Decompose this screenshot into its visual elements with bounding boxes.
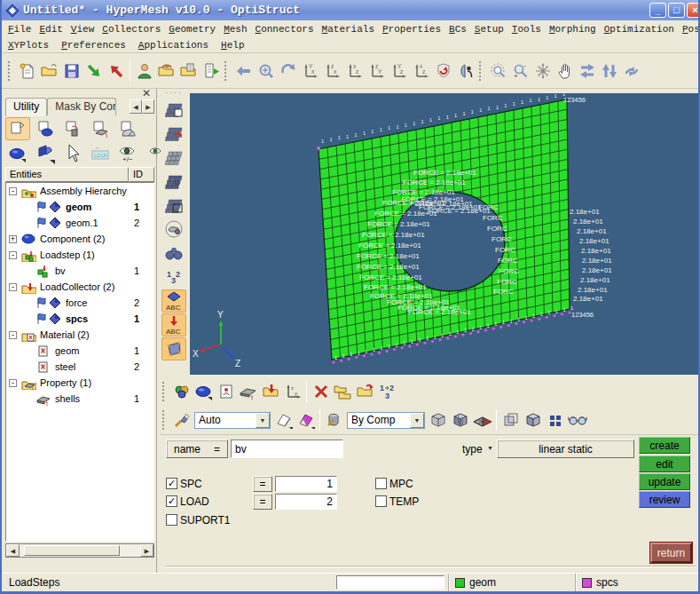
- material-collector-icon[interactable]: [215, 381, 237, 403]
- mesh-flag-icon[interactable]: [33, 142, 58, 165]
- save-file-icon[interactable]: [60, 60, 83, 83]
- menu-tools[interactable]: Tools: [512, 24, 541, 35]
- name-button[interactable]: name =: [166, 440, 228, 458]
- name-input[interactable]: [231, 440, 343, 458]
- quick-window-icon[interactable]: [161, 337, 186, 360]
- load-collector-icon[interactable]: [259, 381, 281, 403]
- review-button[interactable]: review: [639, 491, 690, 508]
- current-loadcollector[interactable]: spcs: [575, 574, 700, 591]
- color-bucket-icon[interactable]: [323, 409, 345, 432]
- return-button[interactable]: return: [650, 543, 692, 563]
- menu-properties[interactable]: Properties: [382, 24, 441, 35]
- display-brush-icon[interactable]: [170, 409, 193, 432]
- tree-item-shells[interactable]: tshells1: [6, 391, 153, 407]
- open-model-icon[interactable]: [155, 60, 177, 83]
- wireframe-geometry-icon[interactable]: [272, 409, 295, 432]
- new-file-icon[interactable]: [16, 60, 38, 83]
- organize-icon[interactable]: [332, 381, 354, 403]
- renumber-display-icon[interactable]: 132: [161, 265, 186, 289]
- tree-item-geom-1[interactable]: geom.12: [6, 215, 153, 231]
- tree-item-component-2-[interactable]: +Component (2): [6, 231, 153, 247]
- utility-macro-1-icon[interactable]: [5, 117, 30, 140]
- current-component[interactable]: geom: [448, 574, 575, 591]
- find-entities-icon[interactable]: [161, 242, 186, 265]
- spc-equals-button[interactable]: =: [253, 476, 272, 492]
- menu-applications[interactable]: Applications: [138, 40, 208, 51]
- open-file-icon[interactable]: [38, 60, 60, 83]
- user-profiles-icon[interactable]: [133, 60, 155, 83]
- tree-item-loadstep-1-[interactable]: -Loadstep (1): [6, 247, 153, 263]
- tree-expander-icon[interactable]: -: [9, 251, 17, 259]
- tree-expander-icon[interactable]: -: [9, 283, 17, 291]
- menu-view[interactable]: View: [71, 24, 94, 35]
- assembly-collector-icon[interactable]: [170, 381, 193, 403]
- view-axis-yz-icon[interactable]: Yz: [388, 60, 410, 83]
- delete-entity-icon[interactable]: [310, 381, 332, 403]
- label-elements-icon[interactable]: ABC: [161, 289, 186, 313]
- tab-mask-by-cor[interactable]: Mask By Cor: [47, 98, 116, 115]
- refresh-view-icon[interactable]: [277, 60, 299, 83]
- mask-all-icon[interactable]: [161, 170, 186, 193]
- mpc-checkbox[interactable]: [375, 478, 387, 489]
- tree-item-spcs[interactable]: spcs1: [6, 311, 153, 327]
- utility-macro-2-icon[interactable]: [33, 117, 58, 140]
- minimize-button[interactable]: _: [649, 3, 666, 18]
- menu-preferences[interactable]: Preferences: [61, 40, 126, 51]
- reverse-mask-icon[interactable]: [161, 146, 186, 169]
- menu-help[interactable]: Help: [221, 40, 244, 51]
- tree-item-loadcollector-2-[interactable]: -LoadCollector (2): [6, 279, 153, 295]
- menu-setup[interactable]: Setup: [475, 24, 504, 35]
- tab-scroll-right-icon[interactable]: ▶: [142, 99, 154, 114]
- type-chevron-icon[interactable]: ▼: [487, 445, 493, 451]
- display-mode-select[interactable]: Auto ▼: [194, 412, 271, 429]
- rotate-view-icon[interactable]: [620, 60, 642, 83]
- property-collector-icon[interactable]: t: [237, 381, 259, 403]
- solid-cube-icon[interactable]: [522, 409, 544, 432]
- tree-item-geom[interactable]: geom1: [6, 343, 153, 359]
- tree-item-steel[interactable]: steel2: [6, 359, 153, 375]
- tree-expander-icon[interactable]: -: [9, 187, 17, 195]
- tree-header-id[interactable]: ID: [129, 167, 154, 182]
- view-axis-zy-icon[interactable]: zY: [366, 60, 388, 83]
- chevron-down-icon[interactable]: ▼: [256, 413, 270, 428]
- component-blob-icon[interactable]: [5, 142, 30, 165]
- tree-expander-icon[interactable]: -: [9, 331, 17, 339]
- unmask-adjacent-icon[interactable]: [161, 122, 186, 145]
- color-mode-select[interactable]: By Comp ▼: [347, 412, 425, 429]
- graphics-viewport[interactable]: 1111111111111111111111111111111234561111…: [190, 93, 699, 375]
- load-checkbox[interactable]: ✓: [166, 495, 177, 507]
- load-value-input[interactable]: [275, 494, 337, 510]
- spc-value-input[interactable]: [275, 476, 337, 492]
- menu-mesh[interactable]: Mesh: [224, 24, 247, 35]
- view-axis-zx-icon[interactable]: zx: [321, 60, 343, 83]
- display-eye-icon[interactable]: +/−: [115, 142, 140, 165]
- tab-utility[interactable]: Utility: [5, 98, 47, 116]
- load-equals-button[interactable]: =: [253, 494, 272, 510]
- view-axis-iso-icon[interactable]: xz: [410, 60, 432, 83]
- utility-macro-4-icon[interactable]: t: [88, 117, 113, 140]
- utility-macro-3-icon[interactable]: [60, 117, 85, 140]
- status-input[interactable]: [336, 575, 444, 590]
- spin-view-icon[interactable]: [432, 60, 454, 83]
- open-results-icon[interactable]: [177, 60, 200, 83]
- menu-collectors[interactable]: Collectors: [102, 24, 161, 35]
- suport1-checkbox[interactable]: [166, 514, 177, 526]
- previous-view-icon[interactable]: [232, 60, 255, 83]
- renumber-icon[interactable]: 123: [376, 381, 398, 403]
- menu-optimization[interactable]: Optimization: [604, 24, 674, 35]
- label-loads-icon[interactable]: ABC: [161, 313, 186, 337]
- menu-materials[interactable]: Materials: [322, 24, 374, 35]
- tree-item-material-2-[interactable]: -Material (2): [6, 327, 153, 343]
- system-collector-icon[interactable]: zy: [281, 381, 303, 403]
- menu-file[interactable]: File: [8, 24, 31, 35]
- scroll-left-icon[interactable]: ◀: [6, 544, 20, 557]
- mask-elements-icon[interactable]: [161, 98, 186, 121]
- tree-expander-icon[interactable]: -: [9, 379, 17, 387]
- close-button[interactable]: ×: [687, 3, 700, 18]
- tree-item-force[interactable]: force2: [6, 295, 153, 311]
- tree-item-property-1-[interactable]: -tProperty (1): [6, 375, 153, 391]
- chevron-down-icon[interactable]: ▼: [410, 413, 424, 428]
- spc-checkbox[interactable]: ✓: [166, 478, 177, 489]
- spotlight-icon[interactable]: [161, 218, 186, 241]
- edit-button[interactable]: edit: [639, 455, 690, 472]
